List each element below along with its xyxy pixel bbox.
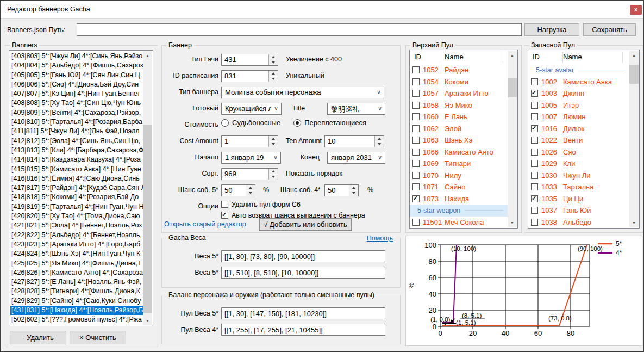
title-dropdown[interactable]: 黎明巡礼 ∨ xyxy=(327,103,385,115)
option-checkbox[interactable] xyxy=(221,212,228,219)
spin-down-icon[interactable] xyxy=(349,190,358,196)
banner-list-item[interactable]: [424|824] 5*:[Шэнь Хэ] 4*:[Нин Гуан,Чун … xyxy=(10,249,143,258)
spin-down-icon[interactable] xyxy=(375,141,384,147)
pool-item-row[interactable]: 1033Тарталья xyxy=(528,181,629,193)
pool-item-checkbox[interactable] xyxy=(412,113,420,120)
scrollbar-thumb[interactable] xyxy=(629,65,639,84)
scroll-down-icon[interactable]: ▼ xyxy=(508,218,517,227)
spin-up-icon[interactable] xyxy=(269,54,278,60)
reserve-pool-list[interactable]: ID Name 5-star avatar1002Камисато Аяка10… xyxy=(528,50,640,229)
pool-item-checkbox[interactable] xyxy=(531,113,538,120)
pool-item-checkbox[interactable] xyxy=(412,195,420,202)
pool-item-checkbox[interactable] xyxy=(412,102,420,109)
pool-item-checkbox[interactable] xyxy=(412,219,420,226)
pool-item-row[interactable]: 1026Сяо xyxy=(528,146,629,158)
pool-item-row[interactable]: 1035Ци Ци xyxy=(528,193,629,205)
pool-item-checkbox[interactable] xyxy=(531,102,538,109)
pool-item-row[interactable]: 1038Альбедо xyxy=(528,217,629,229)
spin-down-icon[interactable] xyxy=(269,174,278,180)
pool-item-row[interactable]: 1062Элой xyxy=(410,123,508,135)
pool-item-row[interactable]: 1029Кли xyxy=(528,158,629,170)
banner-list-item[interactable]: [411|811] 5*:[Чжун Ли] 4*:[Янь Фэй,Ноэлл xyxy=(10,127,143,136)
end-date-dropdown[interactable]: января 2031 ∨ xyxy=(327,152,385,164)
banner-list-item[interactable]: [415|815] 5*:[Камисато Аяка] 4*:[Нин Гуа… xyxy=(10,165,143,174)
prefab-dropdown[interactable]: Кружащийся л ∨ xyxy=(221,103,282,115)
cost-radio-option[interactable]: Судьбоносные xyxy=(221,119,280,127)
delete-banner-button[interactable]: - Удалить xyxy=(10,331,66,344)
banner-list-item[interactable]: [422|822] 5*:[Альбедо] 4*:[Беннет,Ноэлль… xyxy=(10,231,143,240)
col-id[interactable]: ID xyxy=(533,53,540,61)
pool-item-checkbox[interactable] xyxy=(412,137,420,144)
pool-item-checkbox[interactable] xyxy=(531,183,538,190)
banner-list-item[interactable]: [410|810] 5*:[Тарталья] 4*:[Розария,Барб… xyxy=(10,118,143,127)
pool-item-checkbox[interactable] xyxy=(531,149,538,156)
ten-amount-spinner[interactable]: 10 xyxy=(324,135,384,147)
pool-item-checkbox[interactable] xyxy=(531,137,538,144)
pool-item-checkbox[interactable] xyxy=(412,149,420,156)
spin-up-icon[interactable] xyxy=(269,71,278,76)
radio-icon[interactable] xyxy=(293,119,301,127)
clear-banners-button[interactable]: × Очистить xyxy=(70,331,126,344)
close-icon[interactable]: x xyxy=(630,5,642,15)
banner-list-item[interactable]: [409|809] 5*:[Венти] 4*:[Сахароза,Рэйзор… xyxy=(10,108,143,118)
banner-list-item[interactable]: [420|820] 5*:[Ху Тао] 4*:[Тома,Диона,Саю xyxy=(10,212,143,221)
banner-list-item[interactable]: [429|829] 5*:[Сайно] 4*:[Саю,Куки Синобу xyxy=(10,297,143,306)
banner-list-item[interactable]: [407|807] 5*:[Кэ Цин] 4*:[Нин Гуан,Бенне… xyxy=(10,89,143,98)
add-or-update-button[interactable]: √ Добавить или обновить xyxy=(259,218,352,231)
pool-item-row[interactable]: 1022Венти xyxy=(528,134,629,146)
spin-down-icon[interactable] xyxy=(269,60,278,66)
banner-list-item[interactable]: [421|821] 5*:[Эола] 4*:[Беннет,Ноэлль,Ро… xyxy=(10,221,143,230)
gacha-type-spinner[interactable]: 431 xyxy=(221,54,278,66)
banner-list-item[interactable]: [408|808] 5*:[Ху Тао] 4*:[Син Цю,Чун Юнь xyxy=(10,98,143,108)
banner-list-item[interactable]: [416|816] 5*:[Ёимия] 4*:[Саю,Диона,Синь xyxy=(10,174,143,183)
pool-item-row[interactable]: 1063Шэнь Хэ xyxy=(410,134,508,146)
banner-list-item[interactable]: [406|806] 5*:[Сяо] 4*:[Диона,Бэй Доу,Син xyxy=(10,80,143,89)
banner-list-item[interactable]: [417|817] 5*:[Райдэн] 4*:[Кудзё Сара,Сян… xyxy=(10,183,143,193)
banner-list-item[interactable]: [414|814] 5*:[Каэдэхара Кадзуха] 4*:[Роз… xyxy=(10,155,143,164)
pool-item-row[interactable]: 1030Чжун Ли xyxy=(528,170,629,182)
banner-list-item[interactable]: [428|828] 5*:[Тигнари] 4*:[Фишль,Диона,К xyxy=(10,287,143,296)
chance5-spinner[interactable]: 50 xyxy=(221,184,255,196)
sort-spinner[interactable]: 969 xyxy=(221,168,278,180)
pool-item-checkbox[interactable] xyxy=(412,160,420,167)
option-row[interactable]: Удалить пул форм С6 xyxy=(221,201,365,212)
pool-item-checkbox[interactable] xyxy=(531,78,538,85)
spin-up-icon[interactable] xyxy=(269,169,278,174)
banner-list-item[interactable]: [425|825] 5*:[Яэ Мико] 4*:[Фишль,Диона,Т xyxy=(10,259,143,268)
scrollbar-thumb[interactable] xyxy=(143,125,152,313)
scroll-up-icon[interactable]: ▲ xyxy=(508,51,517,60)
pool-item-checkbox[interactable] xyxy=(531,125,538,132)
scroll-up-icon[interactable]: ▲ xyxy=(143,51,152,60)
pool-item-checkbox[interactable] xyxy=(412,90,420,97)
pool-item-row[interactable]: 1005Итэр xyxy=(528,100,629,112)
reserve-pool-scrollbar[interactable]: ▲ ▼ xyxy=(629,51,639,227)
pool-item-row[interactable]: 1066Камисато Аято xyxy=(410,146,508,158)
weights4-input[interactable] xyxy=(221,267,385,279)
pool-item-checkbox[interactable] xyxy=(412,66,420,73)
banner-list-item[interactable]: [403|803] 5*:[Чжун Ли] 4*:[Синь Янь,Рэйз… xyxy=(10,52,143,61)
pool-item-checkbox[interactable] xyxy=(412,125,420,132)
banner-list-item[interactable]: [412|812] 5*:[Эола] 4*:[Синь Янь,Син Цю, xyxy=(10,137,143,146)
upper-pool-list[interactable]: ID Name 1052Райдэн1054Кокоми1057Аратаки … xyxy=(409,50,518,229)
upper-pool-scrollbar[interactable]: ▲ ▼ xyxy=(508,51,517,227)
pool-item-row[interactable]: 1058Яэ Мико xyxy=(410,100,508,112)
pool-item-row[interactable]: 1073Нахида xyxy=(410,193,508,205)
pool-item-row[interactable]: 1054Кокоми xyxy=(410,76,508,88)
pool-item-row[interactable]: 1071Сайно xyxy=(410,181,508,193)
radio-icon[interactable] xyxy=(221,119,229,127)
col-id[interactable]: ID xyxy=(414,53,421,61)
pool-item-row[interactable]: 1016Дилюк xyxy=(528,123,629,135)
spin-up-icon[interactable] xyxy=(349,185,358,190)
pool-item-checkbox[interactable] xyxy=(531,207,538,214)
scroll-up-icon[interactable]: ▲ xyxy=(629,51,639,60)
pool-item-checkbox[interactable] xyxy=(531,195,538,202)
weights5-input[interactable] xyxy=(221,250,385,262)
banner-list-item[interactable]: [423|823] 5*:[Аратаки Итто] 4*:[Горо,Бар… xyxy=(10,240,143,249)
banners-listbox[interactable]: [403|803] 5*:[Чжун Ли] 4*:[Синь Янь,Рэйз… xyxy=(9,50,153,326)
banners-json-path-input[interactable] xyxy=(77,23,522,36)
banner-list-item[interactable]: [427|827] 5*:[Е Лань] 4*:[Ноэлль,Янь Фэй… xyxy=(10,277,143,287)
pool-item-row[interactable]: 1057Аратаки Итто xyxy=(410,88,508,100)
spin-down-icon[interactable] xyxy=(246,190,255,196)
banner-type-dropdown[interactable]: Молитва события персонажа ∨ xyxy=(221,87,384,98)
load-button[interactable]: Нагрузка xyxy=(524,23,579,36)
